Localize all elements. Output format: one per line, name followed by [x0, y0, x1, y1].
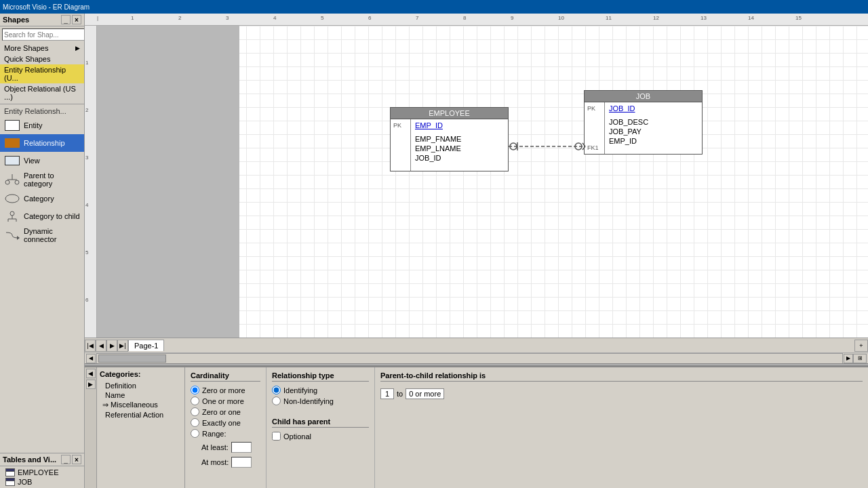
shapes-close-btn[interactable]: × [72, 15, 81, 24]
page-last-btn[interactable]: ▶| [117, 340, 128, 352]
job-spacer [587, 113, 601, 124]
reltype-non-identifying-radio[interactable] [272, 396, 281, 405]
scroll-right-btn[interactable]: ▶ [844, 354, 853, 363]
view-shape-icon [4, 154, 20, 167]
entity-relationship-u-menu[interactable]: Entity Relationship (U... [0, 64, 84, 83]
table-employee-label: EMPLOYEE [18, 468, 59, 476]
employee-entity[interactable]: EMPLOYEE PK EMP_ID [390, 107, 509, 171]
job-pk-label: PK [587, 104, 601, 113]
ruler-mark-12: 12 [653, 15, 659, 21]
cardinality-exactly-one[interactable]: Exactly one [191, 418, 260, 427]
category-shape-icon [4, 192, 20, 205]
tables-panel-minimize[interactable]: _ [61, 455, 71, 464]
ruler-mark-4: 4 [273, 15, 276, 21]
props-nav-2[interactable]: ▶ [86, 380, 96, 389]
insert-page-btn[interactable]: + [854, 340, 868, 352]
divider-1 [0, 104, 84, 104]
dynamic-svg [5, 230, 20, 241]
cat-referential[interactable]: Referential Action [100, 410, 182, 420]
tables-panel-icons: _ × [61, 455, 81, 464]
tables-panel-close[interactable]: × [72, 455, 81, 464]
category-to-child-label: Category to child [24, 212, 80, 220]
canvas-area: | 1 2 3 4 5 6 7 8 9 10 11 12 13 [85, 14, 868, 363]
employee-jobid: JOB_ID [415, 153, 461, 163]
cardinality-one-more[interactable]: One or more [191, 396, 260, 405]
category-to-child-item[interactable]: Category to child [0, 207, 84, 225]
job-keys: PK FK1 [585, 102, 605, 154]
employee-keys: PK [391, 119, 411, 171]
relationship-label: Relationship [24, 139, 65, 147]
cardinality-one-more-radio[interactable] [191, 396, 199, 405]
tables-title: Tables and Vi... [3, 455, 56, 464]
h-scrollbar[interactable] [96, 353, 843, 364]
cardinality-exactly-one-radio[interactable] [191, 418, 199, 427]
reltype-non-identifying[interactable]: Non-Identifying [272, 396, 369, 405]
cat-misc[interactable]: ⇒ Miscellaneous [100, 400, 182, 410]
reltype-identifying[interactable]: Identifying [272, 386, 369, 394]
shapes-title: Shapes [3, 16, 29, 24]
relationship-type-section: Relationship type Identifying Non-Identi… [267, 367, 375, 488]
employee-fields: EMP_ID EMP_FNAME EMP_LNAME JOB_ID [411, 119, 465, 171]
more-shapes-arrow: ▶ [75, 45, 80, 52]
page-tab-1[interactable]: Page-1 [128, 340, 164, 351]
child-has-parent-optional[interactable]: Optional [272, 432, 369, 441]
canvas[interactable]: EMPLOYEE PK EMP_ID [97, 26, 868, 338]
search-input[interactable] [2, 28, 85, 41]
cardinality-zero-one[interactable]: Zero or one [191, 407, 260, 416]
cardinality-zero-more-radio[interactable] [191, 386, 199, 394]
employee-empid: EMP_ID [415, 121, 461, 130]
dynamic-connector-item[interactable]: Dynamic connector [0, 225, 84, 245]
at-least-input[interactable] [231, 442, 252, 453]
props-nav-1[interactable]: ◀ [86, 369, 96, 378]
entity-shape-item[interactable]: Entity [0, 117, 84, 134]
ruler-left: 1 2 3 4 5 6 [85, 26, 97, 338]
optional-checkbox[interactable] [272, 432, 281, 441]
left-panel: Shapes _ × 🔍 More Shapes ▶ Quick Shapes [0, 14, 85, 488]
optional-label: Optional [283, 432, 311, 441]
view-shape-item[interactable]: View [0, 152, 84, 169]
job-jobpay: JOB_PAY [609, 127, 648, 136]
employee-pk-label: PK [393, 121, 408, 130]
zoom-btn[interactable]: ⊞ [853, 354, 867, 363]
ruler-v-4: 4 [85, 202, 88, 208]
at-least-row: At least: [201, 442, 260, 453]
cardinality-zero-more[interactable]: Zero or more [191, 386, 260, 394]
table-employee-item[interactable]: EMPLOYEE [3, 468, 81, 477]
reltype-identifying-radio[interactable] [272, 386, 281, 394]
shapes-minimize-btn[interactable]: _ [61, 15, 71, 24]
cat-definition[interactable]: Definition [100, 381, 182, 390]
rel-box-right: 0 or more [406, 388, 444, 399]
scroll-left-btn[interactable]: ◀ [86, 354, 96, 363]
employee-spacer [393, 130, 408, 141]
page-tab-label: Page-1 [134, 342, 158, 350]
ruler-v-1: 1 [85, 60, 88, 66]
page-prev-btn[interactable]: ◀ [96, 340, 106, 352]
ruler-mark-0: | [97, 15, 98, 21]
object-relational-menu[interactable]: Object Relational (US ...) [0, 83, 84, 102]
employee-blank2 [393, 150, 408, 160]
more-shapes-menu[interactable]: More Shapes ▶ [0, 43, 84, 54]
cardinality-range[interactable]: Range: [191, 429, 260, 438]
svg-point-4 [5, 195, 19, 203]
parent-to-category-item[interactable]: Parent to category [0, 169, 84, 190]
job-entity[interactable]: JOB PK FK1 JOB_ID [584, 90, 703, 155]
view-icon [5, 156, 20, 165]
cardinality-section: Cardinality Zero or more One or more [185, 367, 267, 488]
relationship-shape-item[interactable]: Relationship [0, 134, 84, 152]
employee-blank1 [393, 141, 408, 150]
table-employee-icon [5, 468, 15, 476]
ruler-mark-9: 9 [511, 15, 513, 21]
at-most-input[interactable] [231, 457, 252, 468]
category-to-child-icon [4, 209, 20, 223]
table-job-item[interactable]: JOB [3, 477, 81, 487]
page-next-btn[interactable]: ▶ [106, 340, 117, 352]
cardinality-range-radio[interactable] [191, 429, 199, 438]
cat-name[interactable]: Name [100, 390, 182, 400]
category-item[interactable]: Category [0, 190, 84, 207]
cardinality-zero-one-radio[interactable] [191, 407, 199, 416]
page-first-btn[interactable]: |◀ [85, 340, 96, 352]
ruler-v-3: 3 [85, 155, 88, 161]
entity-section-label: Entity Relationsh... [0, 106, 84, 117]
job-fields: JOB_ID JOB_DESC JOB_PAY EMP_ID [605, 102, 652, 154]
quick-shapes-menu[interactable]: Quick Shapes [0, 54, 84, 64]
